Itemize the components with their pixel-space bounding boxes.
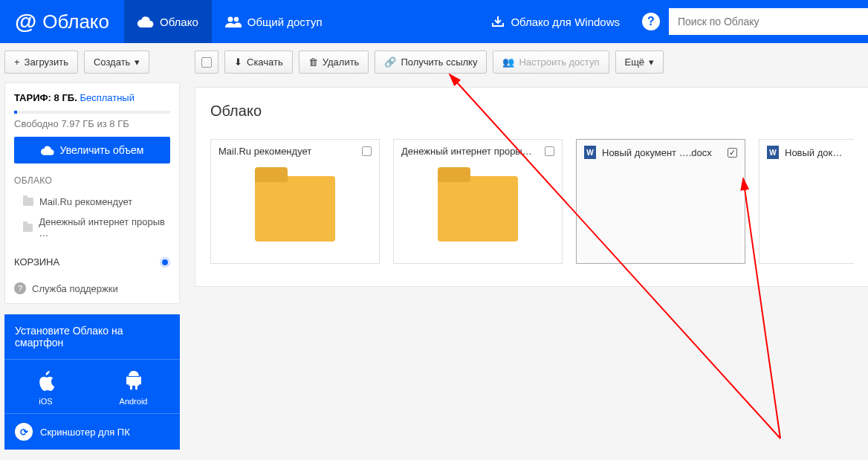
search-input[interactable]: [678, 16, 859, 27]
chevron-down-icon: ▾: [649, 56, 654, 68]
toolbar: ⬇Скачать 🗑Удалить 🔗Получить ссылку 👥Наст…: [195, 51, 868, 74]
delete-button[interactable]: 🗑Удалить: [299, 51, 369, 74]
configure-access-button[interactable]: 👥Настроить доступ: [493, 51, 609, 74]
sidebar-folder-item[interactable]: Денежный интернет прорыв …: [14, 212, 170, 243]
sidebar-folder-item[interactable]: Mail.Ru рекомендует: [14, 192, 170, 212]
file-card-folder[interactable]: Mail.Ru рекомендует: [210, 139, 380, 264]
screenshoter-link[interactable]: ⟳ Скриншотер для ПК: [4, 413, 180, 450]
android-icon: [125, 370, 143, 391]
file-card-folder[interactable]: Денежный интернет проры…: [393, 139, 563, 264]
svg-point-0: [227, 17, 233, 22]
file-grid: Mail.Ru рекомендует Денежный интернет пр…: [210, 139, 868, 264]
increase-storage-button[interactable]: Увеличить объем: [14, 137, 170, 163]
file-checkbox[interactable]: [362, 146, 372, 156]
download-icon: [491, 15, 505, 28]
download-icon: ⬇: [234, 56, 242, 68]
quota-progress: [14, 111, 170, 114]
section-cloud: ОБЛАКО: [14, 175, 170, 186]
chevron-down-icon: ▾: [135, 56, 140, 68]
logo-at-icon: @: [15, 9, 36, 34]
file-card-doc[interactable]: W Новый докумен: [759, 139, 854, 264]
plus-icon: +: [14, 56, 20, 68]
promo-title: Установите Облако на смартфон: [4, 314, 180, 360]
sidebar: +Загрузить Создать▾ ТАРИФ: 8 ГБ. Бесплат…: [0, 43, 184, 457]
select-all-checkbox[interactable]: [195, 51, 218, 74]
quota-text: Свободно 7.97 ГБ из 8 ГБ: [14, 118, 170, 129]
search-box[interactable]: [669, 8, 868, 35]
cloud-icon: [41, 146, 54, 155]
tariff-line: ТАРИФ: 8 ГБ. Бесплатный: [14, 92, 170, 103]
word-icon: W: [584, 146, 596, 159]
trash-icon: 🗑: [308, 56, 318, 68]
ios-app-link[interactable]: iOS: [37, 370, 55, 406]
file-checkbox[interactable]: [545, 146, 554, 156]
create-button[interactable]: Создать▾: [84, 51, 149, 74]
upload-button[interactable]: +Загрузить: [4, 51, 78, 74]
nav-shared[interactable]: Общий доступ: [212, 0, 336, 43]
more-button[interactable]: Ещё▾: [615, 51, 664, 74]
folder-icon: [23, 224, 33, 232]
svg-point-1: [234, 17, 239, 22]
word-icon: W: [767, 146, 779, 159]
trash-row[interactable]: КОРЗИНА: [14, 256, 170, 268]
download-button[interactable]: ⬇Скачать: [224, 51, 293, 74]
folder-icon: [255, 176, 335, 242]
people-icon: 👥: [502, 56, 514, 68]
android-app-link[interactable]: Android: [120, 370, 148, 406]
people-icon: [225, 16, 242, 27]
cloud-icon: [137, 16, 154, 27]
file-card-doc[interactable]: W Новый документ ….docx: [576, 139, 745, 264]
mobile-promo: Установите Облако на смартфон iOS Androi…: [4, 314, 180, 450]
folder-icon: [23, 198, 33, 206]
nav-windows[interactable]: Облако для Windows: [478, 0, 633, 43]
link-icon: 🔗: [384, 56, 396, 68]
app-header: @ Облако Облако Общий доступ Облако для …: [0, 0, 868, 43]
brand-text: Облако: [42, 10, 109, 33]
file-checkbox[interactable]: [728, 148, 737, 158]
refresh-icon: ⟳: [15, 423, 33, 441]
breadcrumb[interactable]: Облако: [210, 103, 868, 120]
tariff-plan-link[interactable]: Бесплатный: [80, 92, 135, 103]
help-icon[interactable]: ?: [642, 13, 660, 30]
svg-rect-2: [129, 377, 139, 386]
radio-icon: [160, 257, 170, 268]
folder-icon: [438, 176, 518, 242]
quota-card: ТАРИФ: 8 ГБ. Бесплатный Свободно 7.97 ГБ…: [4, 82, 180, 304]
content-panel: Облако Mail.Ru рекомендует Денежный инте…: [195, 87, 868, 287]
logo[interactable]: @ Облако: [0, 0, 124, 43]
nav-group: Облако Общий доступ: [124, 0, 336, 43]
main-area: ⬇Скачать 🗑Удалить 🔗Получить ссылку 👥Наст…: [184, 43, 868, 457]
support-link[interactable]: ? Служба поддержки: [14, 282, 170, 294]
nav-cloud[interactable]: Облако: [124, 0, 212, 43]
apple-icon: [37, 370, 55, 391]
get-link-button[interactable]: 🔗Получить ссылку: [375, 51, 487, 74]
question-icon: ?: [14, 282, 26, 294]
